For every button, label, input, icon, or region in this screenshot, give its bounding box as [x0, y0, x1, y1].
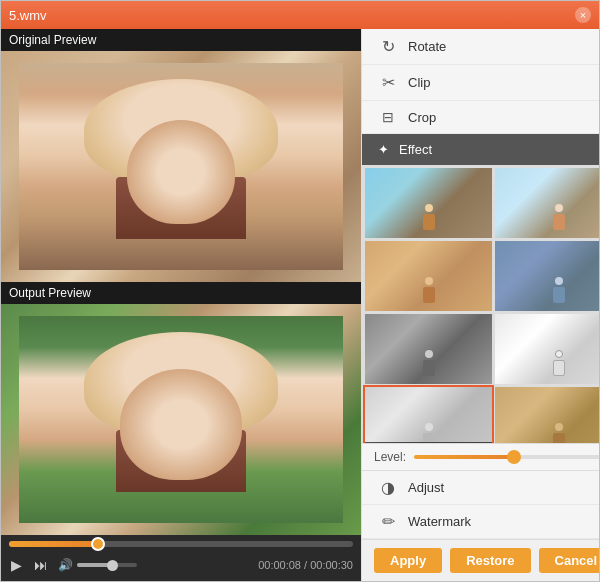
level-thumb — [507, 450, 521, 464]
tool-clip[interactable]: ✂ Clip — [362, 65, 599, 101]
restore-button[interactable]: Restore — [450, 548, 530, 573]
progress-fill — [9, 541, 98, 547]
clip-label: Clip — [408, 75, 430, 90]
window-title: 5.wmv — [9, 8, 47, 23]
level-label: Level: — [374, 450, 406, 464]
effect-thumb-2[interactable] — [495, 168, 599, 238]
effect-thumb-6[interactable] — [495, 314, 599, 384]
fastforward-button[interactable]: ⏭ — [32, 555, 50, 575]
volume-fill — [77, 563, 110, 567]
rotate-label: Rotate — [408, 39, 446, 54]
cancel-button[interactable]: Cancel — [539, 548, 599, 573]
rotate-icon: ↻ — [378, 37, 398, 56]
effect-header-icon: ✦ — [378, 142, 389, 157]
right-panel: ↻ Rotate ✂ Clip ⊟ Crop ✦ Effect — [361, 29, 599, 581]
effect-section: ✦ Effect — [362, 134, 599, 470]
preview-section: Original Preview Output Preview — [1, 29, 361, 535]
output-video-frame — [1, 304, 361, 535]
tool-rotate[interactable]: ↻ Rotate — [362, 29, 599, 65]
play-button[interactable]: ▶ — [9, 555, 24, 575]
original-preview — [1, 51, 361, 282]
effect-header: ✦ Effect — [362, 134, 599, 165]
level-row: Level: — [362, 443, 599, 470]
controls-bar: ▶ ⏭ 🔊 00:00:08 / 00:00:30 — [1, 535, 361, 581]
tool-watermark[interactable]: ✏ Watermark — [362, 505, 599, 539]
progress-bar[interactable] — [9, 541, 353, 547]
title-bar: 5.wmv × — [1, 1, 599, 29]
progress-thumb — [91, 537, 105, 551]
volume-track[interactable] — [77, 563, 137, 567]
tool-menu: ↻ Rotate ✂ Clip ⊟ Crop — [362, 29, 599, 134]
tool-crop[interactable]: ⊟ Crop — [362, 101, 599, 134]
effect-thumb-7[interactable]: Colored Pencil — [365, 387, 492, 443]
watermark-label: Watermark — [408, 514, 471, 529]
adjust-icon: ◑ — [378, 478, 398, 497]
close-button[interactable]: × — [575, 7, 591, 23]
current-time: 00:00:08 — [258, 559, 301, 571]
level-track[interactable] — [414, 455, 599, 459]
adjust-label: Adjust — [408, 480, 444, 495]
volume-icon: 🔊 — [58, 558, 73, 572]
volume-thumb — [107, 560, 118, 571]
app-window: 5.wmv × Original Preview — [0, 0, 600, 582]
crop-icon: ⊟ — [378, 109, 398, 125]
effect-grid: Colored Pencil — [362, 165, 599, 443]
original-video-frame — [1, 51, 361, 282]
output-preview — [1, 304, 361, 535]
original-preview-label: Original Preview — [1, 29, 361, 51]
effect-tooltip-pencil: Colored Pencil — [365, 442, 492, 443]
tool-adjust[interactable]: ◑ Adjust — [362, 471, 599, 505]
level-fill — [414, 455, 514, 459]
apply-button[interactable]: Apply — [374, 548, 442, 573]
watermark-icon: ✏ — [378, 512, 398, 531]
effect-thumb-8[interactable] — [495, 387, 599, 443]
effect-thumb-3[interactable] — [365, 241, 492, 311]
bottom-tools: ◑ Adjust ✏ Watermark — [362, 470, 599, 539]
effect-thumb-1[interactable] — [365, 168, 492, 238]
volume-control: 🔊 — [58, 558, 137, 572]
left-panel: Original Preview Output Preview — [1, 29, 361, 581]
effect-thumb-5[interactable] — [365, 314, 492, 384]
clip-icon: ✂ — [378, 73, 398, 92]
output-preview-label: Output Preview — [1, 282, 361, 304]
total-time: 00:00:30 — [310, 559, 353, 571]
action-bar: Apply Restore Cancel — [362, 539, 599, 581]
crop-label: Crop — [408, 110, 436, 125]
effect-header-label: Effect — [399, 142, 432, 157]
time-display: 00:00:08 / 00:00:30 — [258, 559, 353, 571]
effect-thumb-4[interactable] — [495, 241, 599, 311]
control-row: ▶ ⏭ 🔊 00:00:08 / 00:00:30 — [9, 555, 353, 575]
main-content: Original Preview Output Preview — [1, 29, 599, 581]
